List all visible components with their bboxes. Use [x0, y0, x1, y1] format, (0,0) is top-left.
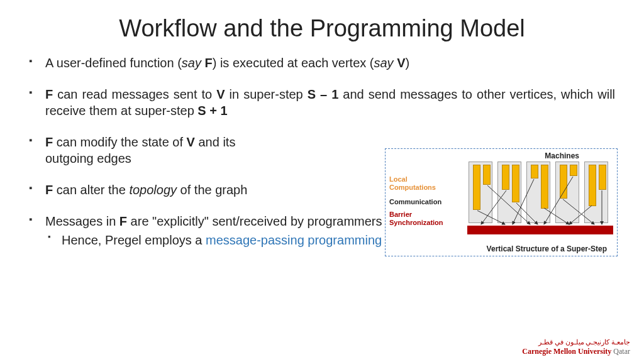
machine-5 — [584, 162, 608, 223]
local-computations-label: Local Computations — [389, 175, 446, 192]
machine-1 — [469, 162, 492, 223]
superstep-diagram: Machines — [385, 148, 618, 256]
logo-english: Carnegie Mellon University Qatar — [522, 346, 630, 356]
machine-2 — [497, 162, 521, 223]
slide-title: Workflow and the Programming Model — [0, 0, 644, 55]
machines-row — [469, 162, 608, 223]
bullet-1: A user-defined function (say F) is execu… — [29, 55, 615, 71]
machine-3 — [526, 162, 550, 223]
machine-4 — [555, 162, 579, 223]
communication-label: Communication — [389, 198, 458, 206]
bullet-3: F can modify the state of V and its outg… — [29, 134, 293, 167]
barrier-bar — [467, 226, 613, 234]
diagram-caption: Vertical Structure of a Super-Step — [487, 244, 607, 253]
bullet-2: F can read messages sent to V in super-s… — [29, 86, 615, 119]
logo-arabic: جامعـة كارنيجـي ميلـون في قطـر — [522, 339, 630, 346]
barrier-sync-label: Barrier Synchronization — [389, 211, 458, 227]
diagram-labels: Local Computations Communication Barrier… — [389, 175, 458, 227]
cmu-qatar-logo: جامعـة كارنيجـي ميلـون في قطـر Carnegie … — [522, 339, 630, 356]
machines-label: Machines — [545, 151, 579, 160]
